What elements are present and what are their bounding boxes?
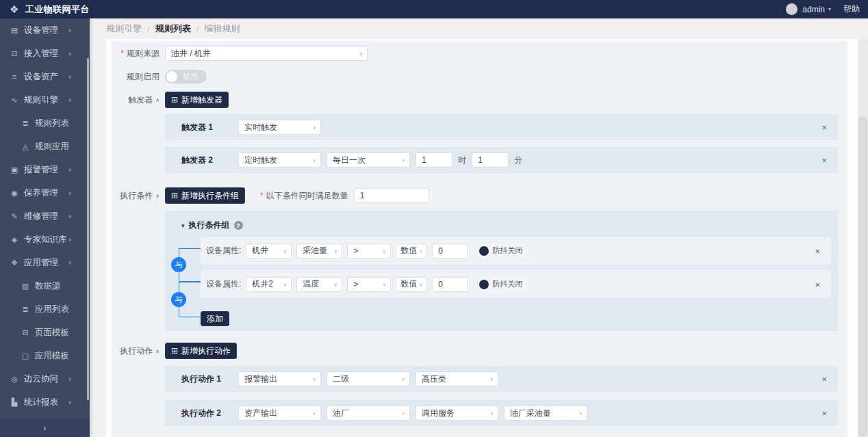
chevron-down-icon: ∨ [333, 248, 337, 254]
sidebar-item-data-source[interactable]: ▥ 数据源 [0, 274, 90, 297]
chevron-down-icon: ∨ [68, 213, 72, 220]
breadcrumb-rule-engine[interactable]: 规则引擎 [106, 23, 142, 35]
and-badge[interactable]: 与 [171, 292, 186, 307]
action-level-select[interactable]: 二级 ∨ [327, 371, 410, 386]
condition-count-input[interactable] [354, 188, 429, 203]
sidebar-item-application-template[interactable]: ▢ 应用模板 [0, 344, 90, 367]
edit-rule-form: * 规则来源 油井 / 机井 ∨ 规则启用 禁用 [112, 41, 847, 437]
sidebar-item-rule-engine[interactable]: ∿ 规则引擎 ∧ [0, 88, 90, 111]
action-type-select[interactable]: 报警输出 ∨ [238, 371, 321, 386]
trigger-hour-input[interactable] [416, 153, 452, 168]
sidebar: ▤ 设备管理 ∨ ⊡ 接入管理 ∨ ≡ 设备资产 ∨ ∿ 规则引擎 ∧ ≣ 规则 [0, 18, 90, 437]
chevron-down-icon: ∨ [333, 281, 337, 287]
condition-operator-select[interactable]: > ∨ [347, 277, 391, 292]
rule-engine-icon: ∿ [9, 96, 20, 105]
condition-attribute-select[interactable]: 采油量 ∨ [296, 243, 342, 259]
condition-device-select[interactable]: 机井 ∨ [246, 243, 292, 259]
action-category-select[interactable]: 高压类 ∨ [416, 371, 498, 386]
chevron-down-icon: ∨ [382, 281, 386, 287]
sidebar-item-repair-management[interactable]: ✎ 维修管理 ∨ [0, 204, 90, 228]
close-icon[interactable]: × [821, 409, 827, 418]
alarm-icon: ▣ [9, 165, 20, 174]
close-icon[interactable]: × [815, 246, 820, 255]
avatar[interactable] [786, 3, 797, 15]
condition-row-1: 设备属性: 机井 ∨ 采油量 ∨ > ∨ [201, 237, 831, 265]
debounce-label: 防抖关闭 [492, 246, 522, 256]
scrollbar-thumb[interactable] [858, 116, 867, 437]
sidebar-item-device-management[interactable]: ▤ 设备管理 ∨ [0, 18, 90, 42]
add-trigger-button[interactable]: ⊞ 新增触发器 [165, 92, 229, 108]
rule-app-icon: ◬ [20, 142, 31, 151]
sidebar-item-rule-application[interactable]: ◬ 规则应用 [0, 135, 90, 158]
help-link[interactable]: 帮助 [843, 3, 860, 15]
trigger-minute-input[interactable] [472, 153, 509, 168]
trigger-type-select[interactable]: 实时触发 ∨ [238, 120, 321, 135]
debounce-dot [479, 246, 489, 256]
logo-icon: ❖ [10, 3, 18, 16]
sidebar-item-page-template[interactable]: ⊟ 页面模板 [0, 321, 90, 344]
condition-attribute-select[interactable]: 温度 ∨ [296, 277, 342, 292]
add-action-button[interactable]: ⊞ 新增执行动作 [165, 343, 237, 359]
plus-square-icon: ⊞ [171, 95, 178, 105]
action-service-param-select[interactable]: 油厂采油量 ∨ [504, 406, 587, 421]
condition-device-select[interactable]: 机井2 ∨ [246, 277, 292, 292]
trigger-frequency-select[interactable]: 每日一次 ∨ [327, 153, 410, 168]
sidebar-item-edge-cloud-collaboration[interactable]: ◎ 边云协同 ∨ [0, 367, 90, 390]
sidebar-item-rule-list[interactable]: ≣ 规则列表 [0, 111, 90, 135]
condition-value-type-select[interactable]: 数值 ∨ [396, 277, 427, 292]
page-template-icon: ⊟ [20, 328, 31, 337]
help-circle-icon[interactable]: ? [234, 221, 243, 230]
sidebar-item-expert-knowledge-base[interactable]: ◈ 专家知识库 ∨ [0, 228, 90, 251]
sidebar-item-application-management[interactable]: ❖ 应用管理 ∧ [0, 251, 90, 274]
app-template-icon: ▢ [20, 352, 31, 360]
datasource-icon: ▥ [20, 282, 31, 291]
breadcrumb-rule-list[interactable]: 规则列表 [155, 23, 191, 35]
sidebar-item-label: 应用管理 [24, 257, 58, 269]
rule-source-select[interactable]: 油井 / 机井 ∨ [165, 46, 368, 61]
sidebar-item-statistics-report[interactable]: ▙ 统计报表 ∨ [0, 390, 90, 414]
sidebar-collapse-button[interactable]: ‹ [0, 419, 90, 437]
close-icon[interactable]: × [821, 123, 827, 132]
action-type-select[interactable]: 资产输出 ∨ [238, 406, 321, 421]
condition-group-header[interactable]: ▾ 执行条件组 ? [181, 220, 831, 231]
sidebar-item-label: 维修管理 [24, 211, 58, 222]
and-badge[interactable]: 与 [171, 257, 186, 272]
debounce-toggle[interactable]: 防抖关闭 [477, 244, 529, 258]
close-icon[interactable]: × [821, 375, 827, 384]
sidebar-item-alarm-management[interactable]: ▣ 报警管理 ∨ [0, 158, 90, 181]
trigger-row-1: 触发器 1 实时触发 ∨ × [165, 114, 838, 140]
add-condition-button[interactable]: 添加 [201, 311, 229, 326]
close-icon[interactable]: × [821, 156, 827, 165]
debounce-toggle[interactable]: 防抖关闭 [477, 278, 529, 291]
condition-operator-select[interactable]: > ∨ [347, 243, 391, 259]
sidebar-nav: ▤ 设备管理 ∨ ⊡ 接入管理 ∨ ≡ 设备资产 ∨ ∿ 规则引擎 ∧ ≣ 规则 [0, 18, 90, 414]
close-icon[interactable]: × [815, 280, 820, 289]
sidebar-scrollbar[interactable] [87, 58, 89, 400]
sidebar-item-maintenance-management[interactable]: ◉ 保养管理 ∨ [0, 181, 90, 204]
sidebar-item-label: 规则引擎 [24, 94, 58, 106]
action-section-label[interactable]: 执行动作 ∧ [112, 345, 159, 357]
sidebar-item-access-management[interactable]: ⊡ 接入管理 ∨ [0, 42, 90, 65]
action-row-title: 执行动作 2 [181, 408, 222, 419]
sidebar-item-application-list[interactable]: ≣ 应用列表 [0, 297, 90, 321]
sidebar-item-label: 保养管理 [24, 187, 58, 199]
chevron-down-icon: ∨ [68, 74, 72, 80]
chevron-down-icon: ∨ [68, 27, 72, 34]
collapse-icon: ‹ [43, 423, 46, 433]
condition-value-input[interactable] [432, 277, 468, 292]
add-condition-group-button[interactable]: ⊞ 新增执行条件组 [165, 187, 245, 204]
action-service-select[interactable]: 调用服务 ∨ [416, 406, 498, 421]
trigger-type-select[interactable]: 定时触发 ∨ [238, 153, 321, 168]
chevron-down-icon: ∨ [312, 410, 316, 416]
chevron-down-icon: ∨ [418, 281, 422, 287]
sidebar-item-device-assets[interactable]: ≡ 设备资产 ∨ [0, 65, 90, 88]
action-asset-select[interactable]: 油厂 ∨ [327, 406, 410, 421]
condition-value-type-select[interactable]: 数值 ∨ [396, 243, 427, 259]
trigger-section-label[interactable]: 触发器 ∧ [112, 94, 159, 106]
rule-enable-toggle[interactable]: 禁用 [165, 70, 207, 83]
window-scrollbar[interactable] [858, 39, 868, 437]
maintenance-icon: ◉ [9, 189, 20, 198]
condition-section-label[interactable]: 执行条件 ∧ [112, 190, 159, 202]
username-menu[interactable]: admin [802, 5, 825, 14]
condition-value-input[interactable] [432, 243, 468, 259]
